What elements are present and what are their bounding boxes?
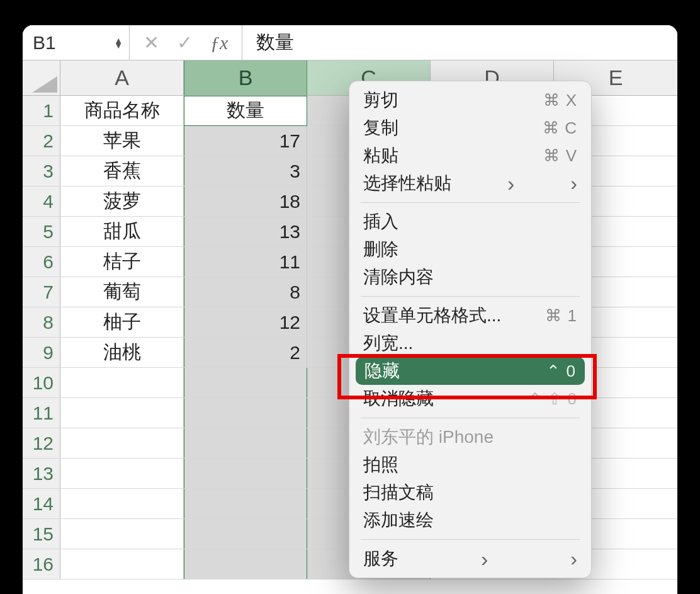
menu-shortcut: ⌘ V bbox=[543, 146, 577, 166]
menu-shortcut: ⌘ 1 bbox=[545, 306, 577, 326]
menu-take-photo[interactable]: 拍照 bbox=[349, 451, 591, 479]
context-menu: 剪切 ⌘ X 复制 ⌘ C 粘贴 ⌘ V 选择性粘贴 › 插入 删除 清除内容 … bbox=[349, 81, 592, 578]
row-header[interactable]: 9 bbox=[23, 338, 60, 367]
menu-label: 粘贴 bbox=[363, 144, 398, 168]
row-header[interactable]: 16 bbox=[23, 549, 60, 579]
row-header[interactable]: 10 bbox=[23, 368, 60, 397]
menu-label: 清除内容 bbox=[363, 265, 434, 289]
row-header[interactable]: 4 bbox=[23, 186, 60, 216]
cell[interactable] bbox=[60, 368, 184, 397]
menu-add-sketch[interactable]: 添加速绘 bbox=[349, 506, 591, 534]
menu-label: 取消隐藏 bbox=[363, 387, 434, 411]
row-header[interactable]: 1 bbox=[23, 96, 60, 125]
menu-label: 剪切 bbox=[363, 88, 398, 112]
row-header[interactable]: 14 bbox=[23, 489, 60, 518]
row-header[interactable]: 2 bbox=[23, 126, 60, 156]
cell[interactable] bbox=[184, 459, 307, 488]
row-header[interactable]: 11 bbox=[23, 398, 60, 428]
menu-unhide[interactable]: 取消隐藏 ⌃ ⇧ 0 bbox=[349, 385, 591, 413]
formula-bar-input[interactable]: 数量 bbox=[242, 30, 677, 55]
column-header-B[interactable]: B bbox=[184, 60, 307, 95]
menu-services[interactable]: 服务 › bbox=[349, 545, 591, 573]
name-box[interactable]: B1 ▲ ▼ bbox=[23, 25, 130, 60]
cell[interactable]: 葡萄 bbox=[60, 277, 184, 307]
row-header[interactable]: 7 bbox=[23, 277, 60, 307]
cell[interactable] bbox=[184, 489, 307, 518]
cell[interactable] bbox=[60, 549, 184, 579]
cell[interactable]: 甜瓜 bbox=[60, 217, 184, 246]
cell[interactable] bbox=[184, 549, 307, 579]
menu-insert[interactable]: 插入 bbox=[349, 208, 591, 236]
cell[interactable]: 18 bbox=[184, 186, 307, 216]
menu-separator bbox=[361, 418, 580, 418]
menu-cut[interactable]: 剪切 ⌘ X bbox=[349, 86, 591, 114]
menu-label: 插入 bbox=[363, 210, 398, 234]
menu-delete[interactable]: 删除 bbox=[349, 236, 591, 263]
cell[interactable]: 苹果 bbox=[60, 126, 184, 156]
cell[interactable]: 油桃 bbox=[60, 338, 184, 367]
fx-icon[interactable]: ƒx bbox=[210, 32, 228, 54]
cell[interactable]: 11 bbox=[184, 247, 307, 277]
menu-hide[interactable]: 隐藏 ⌃ 0 bbox=[356, 357, 585, 385]
menu-label: 拍照 bbox=[363, 453, 398, 477]
name-box-stepper[interactable]: ▲ ▼ bbox=[114, 38, 123, 48]
menu-shortcut: ⌘ C bbox=[543, 118, 577, 138]
row-header[interactable]: 15 bbox=[23, 519, 60, 549]
menu-paste-special[interactable]: 选择性粘贴 › bbox=[349, 169, 591, 197]
menu-label: 服务 bbox=[363, 547, 398, 571]
cell[interactable]: 3 bbox=[184, 156, 307, 186]
cell[interactable]: 12 bbox=[184, 307, 307, 337]
menu-clear[interactable]: 清除内容 bbox=[349, 263, 591, 291]
cell[interactable] bbox=[60, 398, 184, 428]
cell[interactable] bbox=[60, 519, 184, 549]
cell[interactable]: 2 bbox=[184, 338, 307, 367]
cell[interactable]: 商品名称 bbox=[60, 96, 184, 125]
cell[interactable]: 13 bbox=[184, 217, 307, 246]
row-header[interactable]: 12 bbox=[23, 428, 60, 458]
menu-shortcut: ⌃ 0 bbox=[546, 362, 576, 381]
menu-iphone-header: 刘东平的 iPhone bbox=[349, 423, 591, 451]
column-header-A[interactable]: A bbox=[60, 60, 184, 95]
row-header[interactable]: 13 bbox=[23, 459, 60, 488]
cell[interactable] bbox=[60, 428, 184, 458]
row-header[interactable]: 3 bbox=[23, 156, 60, 186]
menu-label: 选择性粘贴 bbox=[363, 171, 451, 195]
chevron-right-icon: › bbox=[507, 171, 514, 196]
menu-label: 扫描文稿 bbox=[363, 481, 434, 505]
cell[interactable]: 数量 bbox=[184, 96, 307, 125]
cell[interactable]: 桔子 bbox=[60, 247, 184, 277]
cell[interactable] bbox=[184, 519, 307, 549]
cell[interactable] bbox=[60, 459, 184, 488]
cancel-icon[interactable]: ✕ bbox=[144, 31, 159, 54]
menu-copy[interactable]: 复制 ⌘ C bbox=[349, 114, 591, 142]
stepper-down-icon[interactable]: ▼ bbox=[114, 43, 123, 48]
confirm-icon[interactable]: ✓ bbox=[177, 31, 193, 54]
menu-label: 刘东平的 iPhone bbox=[363, 425, 494, 449]
cell[interactable]: 柚子 bbox=[60, 307, 184, 337]
menu-label: 设置单元格格式... bbox=[363, 304, 501, 328]
cell[interactable] bbox=[60, 489, 184, 518]
menu-label: 删除 bbox=[363, 237, 398, 261]
formula-bar: B1 ▲ ▼ ✕ ✓ ƒx 数量 bbox=[23, 25, 677, 60]
cell[interactable] bbox=[184, 398, 307, 428]
cell[interactable]: 8 bbox=[184, 277, 307, 307]
name-box-value: B1 bbox=[33, 32, 56, 54]
menu-scan-documents[interactable]: 扫描文稿 bbox=[349, 479, 591, 506]
row-header[interactable]: 5 bbox=[23, 217, 60, 246]
menu-format-cells[interactable]: 设置单元格格式... ⌘ 1 bbox=[349, 302, 591, 329]
menu-column-width[interactable]: 列宽... bbox=[349, 329, 591, 357]
cell[interactable] bbox=[184, 428, 307, 458]
menu-paste[interactable]: 粘贴 ⌘ V bbox=[349, 142, 591, 169]
row-header[interactable]: 8 bbox=[23, 307, 60, 337]
menu-separator bbox=[361, 202, 580, 203]
cell[interactable] bbox=[184, 368, 307, 397]
select-all-corner[interactable] bbox=[23, 60, 60, 95]
cell[interactable]: 17 bbox=[184, 126, 307, 156]
cell[interactable]: 菠萝 bbox=[60, 186, 184, 216]
cell[interactable]: 香蕉 bbox=[60, 156, 184, 186]
row-header[interactable]: 6 bbox=[23, 247, 60, 277]
menu-label: 列宽... bbox=[363, 331, 413, 355]
menu-label: 复制 bbox=[363, 116, 398, 140]
formula-bar-actions: ✕ ✓ ƒx bbox=[130, 25, 242, 60]
menu-shortcut: ⌃ ⇧ 0 bbox=[528, 389, 577, 409]
